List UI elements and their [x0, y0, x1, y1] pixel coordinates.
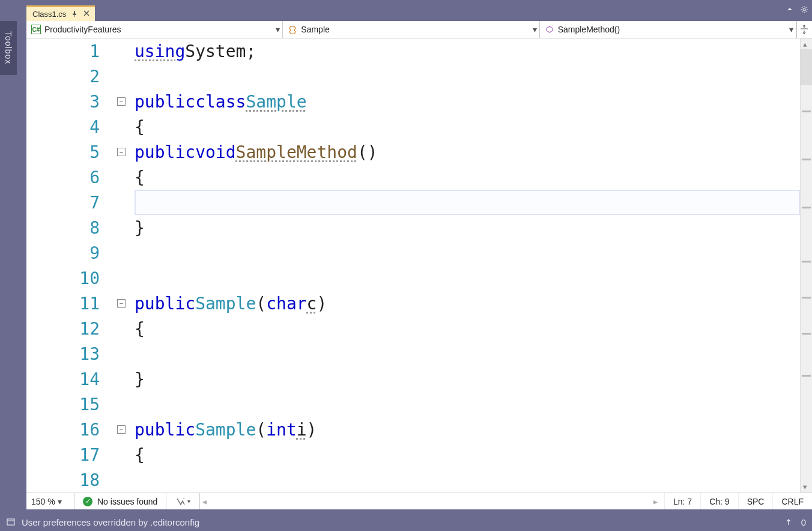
line-number: 12	[26, 319, 111, 339]
line-number: 13	[26, 344, 111, 364]
editor-status-bar: 150 % ▾ ✓ No issues found ▾ ◂ ▸ Ln: 7 Ch…	[26, 493, 812, 509]
line-number: 11	[26, 294, 111, 314]
line-number: 2	[26, 67, 111, 86]
scrollbar-thumb[interactable]	[801, 49, 812, 85]
line-number: 10	[26, 269, 111, 288]
svg-point-0	[803, 8, 805, 11]
line-number: 3	[26, 92, 111, 112]
svg-rect-1	[7, 519, 14, 525]
line-number: 5	[26, 142, 111, 162]
gear-icon[interactable]	[800, 5, 808, 14]
fold-toggle[interactable]: −	[117, 299, 126, 308]
error-health-indicator[interactable]: ✓ No issues found	[74, 493, 166, 509]
fold-toggle[interactable]: −	[117, 425, 126, 434]
vertical-scrollbar[interactable]: ▴ ▾	[800, 38, 812, 493]
scroll-left-icon[interactable]: ◂	[202, 497, 211, 506]
class-icon	[288, 25, 297, 34]
nav-project-label: ProductivityFeatures	[44, 25, 121, 34]
tab-filename: Class1.cs	[32, 10, 66, 19]
nav-class-dropdown[interactable]: Sample ▾	[283, 21, 539, 38]
method-icon	[545, 25, 554, 34]
line-number: 1	[26, 41, 111, 61]
scroll-up-icon[interactable]: ▴	[803, 40, 807, 49]
line-number-gutter: 1 2 3− 4 5− 6 7 8 9 10 11− 12 13 14 15 1…	[26, 38, 135, 493]
chevron-down-icon: ▾	[276, 25, 280, 34]
indent-mode[interactable]: SPC	[738, 493, 773, 509]
line-number: 14	[26, 369, 111, 389]
document-tab-strip: Class1.cs	[0, 3, 812, 21]
chevron-down-icon: ▾	[58, 497, 62, 506]
line-number: 9	[26, 243, 111, 263]
navigation-bar: C# ProductivityFeatures ▾ Sample ▾ Sampl…	[26, 21, 812, 39]
line-number: 18	[26, 470, 111, 490]
nav-member-label: SampleMethod()	[558, 25, 620, 34]
split-window-button[interactable]	[796, 21, 812, 38]
checkmark-icon: ✓	[83, 497, 92, 506]
publish-icon[interactable]	[784, 518, 793, 526]
app-status-bar: User preferences overridden by .editorco…	[0, 513, 812, 531]
zoom-dropdown[interactable]: 150 % ▾	[26, 493, 74, 509]
status-count: 0	[801, 517, 806, 527]
toolbox-panel-tab[interactable]: Toolbox	[0, 21, 17, 75]
code-text-area[interactable]: using System; public class Sample { publ…	[135, 38, 800, 493]
code-editor[interactable]: 1 2 3− 4 5− 6 7 8 9 10 11− 12 13 14 15 1…	[26, 38, 812, 493]
clipboard-ring-button[interactable]: ▾	[166, 493, 200, 509]
line-number: 15	[26, 395, 111, 414]
line-number: 8	[26, 218, 111, 238]
nav-class-label: Sample	[301, 25, 329, 34]
status-message: User preferences overridden by .editorco…	[22, 517, 199, 527]
line-indicator[interactable]: Ln: 7	[664, 493, 700, 509]
line-number: 6	[26, 168, 111, 187]
horizontal-scrollbar[interactable]: ◂ ▸	[200, 493, 664, 509]
line-ending-mode[interactable]: CRLF	[772, 493, 812, 509]
document-tab-active[interactable]: Class1.cs	[26, 5, 95, 21]
line-number: 17	[26, 445, 111, 465]
column-indicator[interactable]: Ch: 9	[700, 493, 738, 509]
editorconfig-icon	[6, 517, 16, 527]
current-line	[135, 190, 800, 215]
chevron-down-icon: ▾	[789, 25, 793, 34]
csharp-icon: C#	[31, 25, 41, 34]
fold-toggle[interactable]: −	[117, 97, 126, 106]
fold-toggle[interactable]: −	[117, 148, 126, 156]
close-icon[interactable]	[83, 10, 91, 18]
line-number: 7	[26, 193, 111, 213]
chevron-down-icon: ▾	[187, 498, 190, 505]
issues-text: No issues found	[97, 497, 157, 506]
chevron-down-icon: ▾	[533, 25, 537, 34]
toolbox-label: Toolbox	[4, 31, 13, 64]
nav-member-dropdown[interactable]: SampleMethod() ▾	[540, 21, 796, 38]
window-position-icon[interactable]	[786, 5, 794, 14]
text-cursor	[135, 193, 136, 211]
zoom-value: 150 %	[31, 497, 55, 506]
nav-project-dropdown[interactable]: C# ProductivityFeatures ▾	[26, 21, 283, 38]
pin-icon[interactable]	[71, 10, 78, 17]
scroll-down-icon[interactable]: ▾	[803, 482, 807, 491]
scroll-right-icon[interactable]: ▸	[653, 497, 662, 506]
line-number: 4	[26, 117, 111, 137]
line-number: 16	[26, 420, 111, 440]
